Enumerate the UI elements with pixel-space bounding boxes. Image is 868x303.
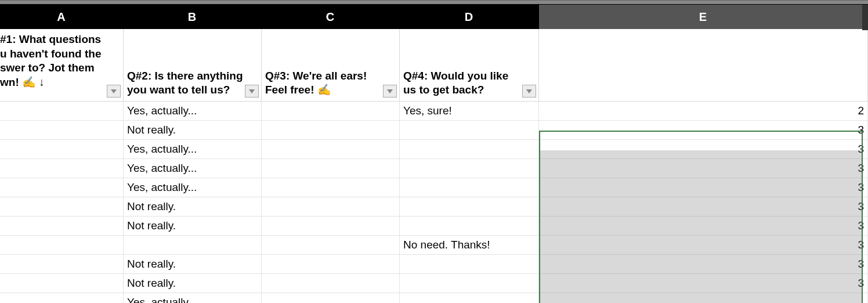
cell-E[interactable]: 3 xyxy=(539,217,868,235)
table-row: Yes, actually...3 xyxy=(0,178,868,197)
cell-A[interactable] xyxy=(0,293,124,303)
cell-D[interactable] xyxy=(400,121,539,139)
cell-A[interactable] xyxy=(0,274,124,293)
table-row: Not really.3 xyxy=(0,255,868,274)
cell-D[interactable] xyxy=(400,140,539,158)
cell-B[interactable]: Not really. xyxy=(124,255,262,273)
vertical-scrollbar[interactable] xyxy=(862,5,868,30)
cell-A[interactable] xyxy=(0,236,124,254)
cell-C[interactable] xyxy=(262,197,400,216)
cell-E[interactable]: 3 xyxy=(539,159,868,178)
header-cell-C[interactable]: Q#3: We're all ears! Feel free! ✍️ xyxy=(262,29,400,101)
cell-C[interactable] xyxy=(262,217,400,235)
table-header-row: #1: What questions u haven't found the s… xyxy=(0,29,868,102)
grid-body: #1: What questions u haven't found the s… xyxy=(0,29,868,303)
table-row: Not really.3 xyxy=(0,121,868,140)
filter-button-A[interactable] xyxy=(107,85,121,98)
cell-A[interactable] xyxy=(0,178,124,197)
cell-D[interactable] xyxy=(400,178,539,197)
cell-A[interactable] xyxy=(0,197,124,216)
cell-C[interactable] xyxy=(262,274,400,293)
svg-marker-1 xyxy=(249,89,255,93)
cell-B[interactable]: Yes, actually... xyxy=(124,159,262,178)
table-row: Not really.3 xyxy=(0,217,868,236)
cell-D[interactable]: No need. Thanks! xyxy=(400,236,539,254)
cell-D[interactable] xyxy=(400,217,539,235)
table-row: Yes, actually...3 xyxy=(0,159,868,178)
header-text-C: Q#3: We're all ears! Feel free! ✍️ xyxy=(265,69,383,98)
svg-marker-2 xyxy=(387,89,393,93)
column-header-row: A B C D E xyxy=(0,5,868,29)
filter-button-C[interactable] xyxy=(383,85,397,98)
cell-E[interactable]: 3 xyxy=(539,140,868,158)
chevron-down-icon xyxy=(110,88,117,94)
table-row: Not really.3 xyxy=(0,197,868,217)
header-cell-E[interactable] xyxy=(539,29,868,101)
column-header-D[interactable]: D xyxy=(400,5,539,29)
table-row: Not really.3 xyxy=(0,274,868,293)
cell-D[interactable]: Yes, sure! xyxy=(400,102,539,120)
header-cell-A[interactable]: #1: What questions u haven't found the s… xyxy=(0,29,124,101)
cell-A[interactable] xyxy=(0,159,124,178)
cell-E[interactable]: 3 xyxy=(539,236,868,254)
table-row: No need. Thanks!3 xyxy=(0,236,868,255)
cell-B[interactable]: Yes, actually... xyxy=(124,140,262,158)
cell-C[interactable] xyxy=(262,178,400,197)
cell-E[interactable]: 3 xyxy=(539,178,868,197)
cell-C[interactable] xyxy=(262,293,400,303)
cell-C[interactable] xyxy=(262,236,400,254)
cell-A[interactable] xyxy=(0,140,124,158)
svg-marker-0 xyxy=(111,89,117,93)
cell-E[interactable]: 3 xyxy=(539,255,868,273)
cell-B[interactable]: Not really. xyxy=(124,121,262,139)
table-row: Yes, actually...3 xyxy=(0,140,868,159)
cell-C[interactable] xyxy=(262,102,400,120)
table-row: Yes, actually... xyxy=(0,293,868,303)
cell-B[interactable]: Yes, actually... xyxy=(124,102,262,120)
cell-D[interactable] xyxy=(400,255,539,273)
cell-C[interactable] xyxy=(262,255,400,273)
chevron-down-icon xyxy=(248,88,255,94)
cell-B[interactable]: Yes, actually... xyxy=(124,178,262,197)
cell-D[interactable] xyxy=(400,159,539,178)
cell-C[interactable] xyxy=(262,121,400,139)
table-row: Yes, actually...Yes, sure!2 xyxy=(0,102,868,121)
cell-D[interactable] xyxy=(400,197,539,216)
header-text-B: Q#2: Is there anything you want to tell … xyxy=(127,69,245,98)
cell-C[interactable] xyxy=(262,140,400,158)
window-top-bar xyxy=(0,0,868,5)
cell-B[interactable] xyxy=(124,236,262,254)
cell-C[interactable] xyxy=(262,159,400,178)
cell-B[interactable]: Not really. xyxy=(124,274,262,293)
cell-D[interactable] xyxy=(400,293,539,303)
cell-E[interactable]: 3 xyxy=(539,197,868,216)
chevron-down-icon xyxy=(386,88,393,94)
cell-B[interactable]: Not really. xyxy=(124,217,262,235)
filter-button-B[interactable] xyxy=(245,85,259,98)
svg-marker-3 xyxy=(526,89,532,93)
cell-A[interactable] xyxy=(0,102,124,120)
cell-B[interactable]: Yes, actually... xyxy=(124,293,262,303)
cell-A[interactable] xyxy=(0,121,124,139)
cell-B[interactable]: Not really. xyxy=(124,197,262,216)
header-text-D: Q#4: Would you like us to get back? xyxy=(403,69,522,98)
cell-E[interactable] xyxy=(539,293,868,303)
column-header-E[interactable]: E xyxy=(539,5,868,29)
header-cell-D[interactable]: Q#4: Would you like us to get back? xyxy=(400,29,539,101)
header-cell-B[interactable]: Q#2: Is there anything you want to tell … xyxy=(124,29,262,101)
column-header-A[interactable]: A xyxy=(0,5,124,29)
column-header-C[interactable]: C xyxy=(262,5,400,29)
column-header-B[interactable]: B xyxy=(124,5,262,29)
cell-E[interactable]: 3 xyxy=(539,274,868,293)
chevron-down-icon xyxy=(526,88,533,94)
filter-button-D[interactable] xyxy=(522,85,536,98)
cell-D[interactable] xyxy=(400,274,539,293)
cell-A[interactable] xyxy=(0,217,124,235)
cell-E[interactable]: 2 xyxy=(539,102,868,120)
cell-A[interactable] xyxy=(0,255,124,273)
cell-E[interactable]: 3 xyxy=(539,121,868,139)
header-text-A: #1: What questions u haven't found the s… xyxy=(0,33,107,90)
